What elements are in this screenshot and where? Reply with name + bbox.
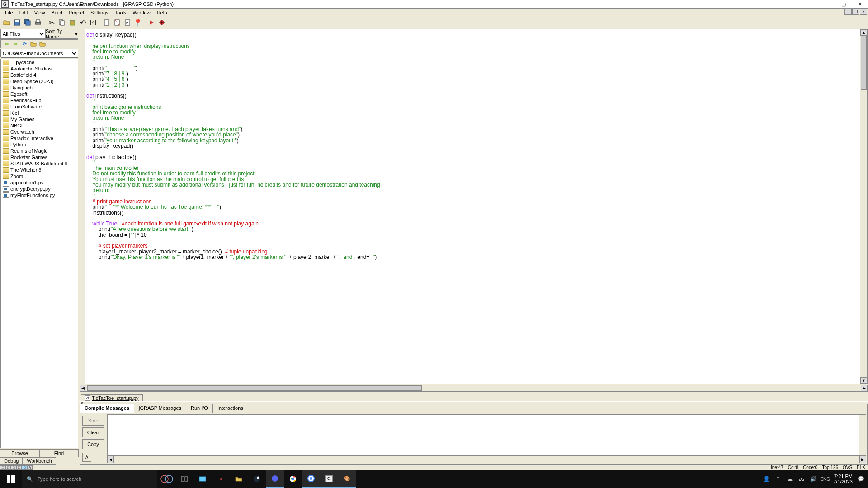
mdi-close-button[interactable]: ×	[860, 9, 867, 15]
file-tree[interactable]: __pycache__Avalanche StudiosBattlefield …	[0, 59, 78, 448]
tray-volume-icon[interactable]: 🔊	[810, 475, 817, 483]
tree-item[interactable]: Python	[1, 141, 78, 148]
run-icon[interactable]	[146, 18, 156, 28]
tray-clock[interactable]: 7:21 PM 7/1/2023	[833, 474, 853, 484]
sb-icon-1[interactable]: □	[0, 465, 5, 470]
copy-button[interactable]: Copy	[82, 439, 104, 449]
start-button[interactable]	[0, 470, 22, 488]
horizontal-splitter[interactable]	[79, 401, 868, 404]
pin-icon[interactable]: 📍	[133, 18, 143, 28]
tray-notifications-icon[interactable]: 💬	[857, 475, 864, 483]
undo-icon[interactable]: ↶	[78, 18, 88, 28]
tray-network-icon[interactable]: 🖧	[798, 475, 805, 483]
taskbar-app-chrome2-icon[interactable]	[302, 470, 320, 488]
sb-icon-4[interactable]: □	[16, 465, 22, 470]
sb-icon-2[interactable]: □	[5, 465, 11, 470]
tree-item[interactable]: DyingLight	[1, 84, 78, 91]
mdi-minimize-button[interactable]: _	[844, 9, 852, 15]
tree-item[interactable]: My Games	[1, 116, 78, 122]
debug-tab[interactable]: Debug	[0, 457, 23, 465]
file-filter-select[interactable]: All Files	[1, 29, 45, 38]
tree-item[interactable]: NBGI	[1, 122, 78, 129]
taskbar-app-steam-icon[interactable]	[248, 470, 266, 488]
path-select[interactable]: C:\Users\Ethan\Documents	[0, 49, 78, 58]
minimize-button[interactable]: —	[819, 0, 835, 8]
redo-icon[interactable]: A	[88, 18, 98, 28]
taskbar-app-chrome-icon[interactable]	[284, 470, 302, 488]
autoscroll-icon[interactable]: A	[82, 453, 91, 462]
open-icon[interactable]	[2, 18, 12, 28]
menu-settings[interactable]: Settings	[87, 9, 112, 16]
close-button[interactable]: ✕	[852, 0, 868, 8]
tree-item[interactable]: application1.py	[1, 179, 78, 186]
menu-file[interactable]: File	[2, 9, 16, 16]
tray-onedrive-icon[interactable]: ☁	[786, 475, 793, 483]
messages-tab-run-i-o[interactable]: Run I/O	[186, 404, 213, 413]
menu-help[interactable]: Help	[154, 9, 170, 16]
up-folder-icon[interactable]	[30, 40, 37, 47]
editor-tab[interactable]: G TicTacToe_startup.py	[81, 394, 143, 401]
tree-item[interactable]: myFirstFunctions.py	[1, 192, 78, 198]
tray-lang-icon[interactable]: ENG	[821, 475, 829, 483]
stop-button[interactable]: Stop	[82, 416, 104, 426]
tree-item[interactable]: Egosoft	[1, 91, 78, 97]
menu-view[interactable]: View	[31, 9, 48, 16]
save-icon[interactable]	[12, 18, 22, 28]
sb-icon-5[interactable]: □	[22, 465, 27, 470]
tree-item[interactable]: encryptDecrypt.py	[1, 186, 78, 192]
scroll-down-icon[interactable]: ▼	[860, 377, 867, 384]
tree-item[interactable]: STAR WARS Battlefront II	[1, 160, 78, 167]
task-view-icon[interactable]	[175, 470, 193, 488]
code-editor[interactable]: def display_keypad(): ''' helper functio…	[85, 29, 860, 384]
output-area[interactable]: ◀ ▶	[107, 414, 866, 463]
scroll-thumb[interactable]	[861, 36, 867, 90]
tree-item[interactable]: FeedbackHub	[1, 97, 78, 103]
tray-people-icon[interactable]: 👤	[763, 475, 770, 483]
menu-build[interactable]: Build	[48, 9, 65, 16]
sb-icon-3[interactable]: □	[11, 465, 16, 470]
taskbar-app-star-icon[interactable]: ✦	[212, 470, 230, 488]
tree-item[interactable]: Overwatch	[1, 129, 78, 135]
out-scroll-left-icon[interactable]: ◀	[108, 456, 114, 463]
cut-icon[interactable]: ✂	[47, 18, 57, 28]
tree-item[interactable]: Battlefield 4	[1, 72, 78, 78]
tree-item[interactable]: FromSoftware	[1, 103, 78, 110]
cortana-icon[interactable]	[159, 472, 174, 486]
editor-horizontal-scrollbar[interactable]: ◀ ▶	[80, 385, 868, 392]
refresh-icon[interactable]: ⟳	[21, 40, 28, 47]
taskbar-app-discord-icon[interactable]	[266, 470, 284, 488]
tree-item[interactable]: Paradox Interactive	[1, 135, 78, 141]
tree-item[interactable]: __pycache__	[1, 59, 78, 66]
editor-vertical-scrollbar[interactable]: ▲ ▼	[860, 29, 867, 384]
workbench-tab[interactable]: Workbench	[23, 457, 56, 465]
taskbar-app-jgrasp-icon[interactable]: G	[320, 470, 338, 488]
menu-edit[interactable]: Edit	[16, 9, 31, 16]
browse-tab[interactable]: Browse	[0, 449, 39, 457]
messages-tab-jgrasp-messages[interactable]: jGRASP Messages	[134, 404, 186, 413]
tree-item[interactable]: The Witcher 3	[1, 167, 78, 173]
taskbar-search[interactable]: 🔍 Type here to search	[22, 470, 157, 488]
taskbar-app-explorer-icon[interactable]	[230, 470, 248, 488]
nav-forward-icon[interactable]: ➡	[12, 40, 19, 47]
maximize-button[interactable]: ▢	[835, 0, 852, 8]
csd-number-icon[interactable]: #	[123, 18, 132, 28]
messages-tab-interactions[interactable]: Interactions	[213, 404, 248, 413]
nav-back-icon[interactable]: ⬅	[3, 40, 10, 47]
scroll-right-icon[interactable]: ▶	[861, 385, 867, 391]
menu-tools[interactable]: Tools	[112, 9, 130, 16]
messages-tab-compile-messages[interactable]: Compile Messages	[80, 404, 134, 413]
tray-up-icon[interactable]: ˄	[774, 475, 782, 483]
tree-item[interactable]: Avalanche Studios	[1, 66, 78, 72]
scroll-left-icon[interactable]: ◀	[80, 385, 86, 391]
tree-item[interactable]: Dead Space (2023)	[1, 78, 78, 84]
copy-icon[interactable]	[57, 18, 67, 28]
sort-button[interactable]: Sort By Name▾	[45, 29, 78, 38]
out-scroll-right-icon[interactable]: ▶	[859, 456, 866, 463]
output-vertical-scrollbar[interactable]	[859, 415, 866, 455]
save-all-icon[interactable]	[23, 18, 33, 28]
csd-remove-icon[interactable]	[112, 18, 122, 28]
mdi-restore-button[interactable]: ❐	[852, 9, 859, 15]
hscroll-thumb[interactable]	[87, 385, 422, 391]
output-horizontal-scrollbar[interactable]: ◀ ▶	[108, 455, 866, 463]
tree-item[interactable]: Zoom	[1, 173, 78, 179]
